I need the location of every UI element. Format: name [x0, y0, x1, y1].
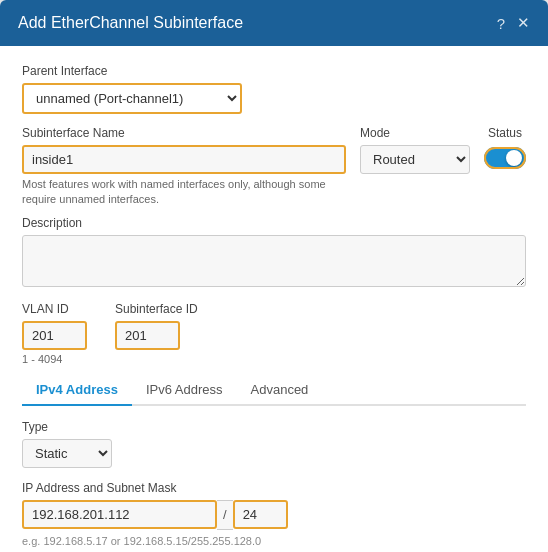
status-group: Status	[484, 126, 526, 169]
subinterface-id-group: Subinterface ID	[115, 302, 198, 350]
mode-label: Mode	[360, 126, 470, 140]
dialog-body: Parent Interface unnamed (Port-channel1)…	[0, 46, 548, 552]
mode-select[interactable]: Routed Inline Passive	[360, 145, 470, 174]
type-group: Type Static DHCP	[22, 420, 526, 468]
dialog-header-icons: ? ✕	[497, 14, 530, 32]
ip-address-input[interactable]	[22, 500, 217, 529]
dialog-title: Add EtherChannel Subinterface	[18, 14, 243, 32]
tab-ipv4[interactable]: IPv4 Address	[22, 375, 132, 406]
parent-interface-select[interactable]: unnamed (Port-channel1)	[22, 83, 242, 114]
parent-interface-group: Parent Interface unnamed (Port-channel1)	[22, 64, 526, 114]
status-label: Status	[488, 126, 522, 140]
type-label: Type	[22, 420, 526, 434]
tab-advanced[interactable]: Advanced	[237, 375, 323, 406]
vlan-id-range: 1 - 4094	[22, 353, 87, 365]
dialog-header: Add EtherChannel Subinterface ? ✕	[0, 0, 548, 46]
name-mode-status-row: Subinterface Name Most features work wit…	[22, 126, 526, 208]
subif-id-input-row	[115, 321, 198, 350]
help-icon[interactable]: ?	[497, 15, 505, 32]
mode-group: Mode Routed Inline Passive	[360, 126, 470, 174]
add-etherchannel-dialog: Add EtherChannel Subinterface ? ✕ Parent…	[0, 0, 548, 552]
status-toggle[interactable]	[484, 147, 526, 169]
vlan-id-label: VLAN ID	[22, 302, 87, 316]
type-select[interactable]: Static DHCP	[22, 439, 112, 468]
subinterface-id-input[interactable]	[115, 321, 180, 350]
ip-input-row: /	[22, 500, 526, 530]
vlan-subif-row: VLAN ID 1 - 4094 Subinterface ID	[22, 302, 526, 365]
tabs-row: IPv4 Address IPv6 Address Advanced	[22, 375, 526, 406]
description-label: Description	[22, 216, 526, 230]
ip-hint: e.g. 192.168.5.17 or 192.168.5.15/255.25…	[22, 535, 526, 547]
subinterface-name-group: Subinterface Name Most features work wit…	[22, 126, 346, 208]
toggle-thumb	[506, 150, 522, 166]
close-icon[interactable]: ✕	[517, 14, 530, 32]
ip-address-label: IP Address and Subnet Mask	[22, 481, 526, 495]
subnet-mask-input[interactable]	[233, 500, 288, 529]
subinterface-name-input[interactable]	[22, 145, 346, 174]
subinterface-name-label: Subinterface Name	[22, 126, 346, 140]
parent-interface-label: Parent Interface	[22, 64, 526, 78]
vlan-id-input[interactable]	[22, 321, 87, 350]
description-textarea[interactable]	[22, 235, 526, 287]
vlan-id-input-row	[22, 321, 87, 350]
tab-ipv6[interactable]: IPv6 Address	[132, 375, 237, 406]
type-select-row: Static DHCP	[22, 439, 526, 468]
description-group: Description	[22, 216, 526, 290]
subinterface-id-label: Subinterface ID	[115, 302, 198, 316]
ip-address-group: IP Address and Subnet Mask / e.g. 192.16…	[22, 481, 526, 547]
ip-slash: /	[217, 500, 233, 530]
vlan-id-group: VLAN ID 1 - 4094	[22, 302, 87, 365]
subinterface-name-hint: Most features work with named interfaces…	[22, 177, 346, 208]
